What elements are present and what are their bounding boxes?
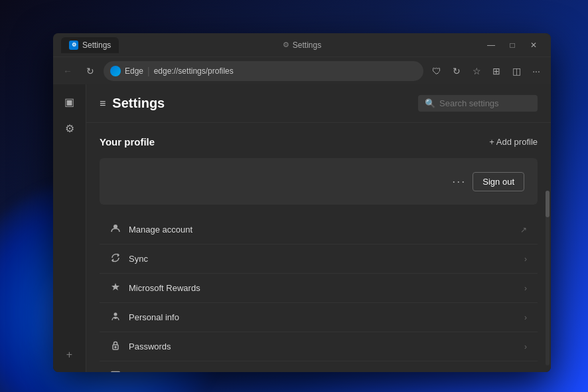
browser-window: ⚙ Settings ⚙ Settings — □ ✕ ← ↻ Edge |: [53, 33, 551, 372]
rewards-icon: [110, 282, 129, 294]
more-icon[interactable]: ···: [527, 62, 546, 80]
add-icon: +: [66, 349, 72, 361]
window-title: Settings: [293, 41, 321, 50]
settings-page-title: Settings: [112, 96, 165, 111]
url-display: edge://settings/profiles: [154, 66, 234, 76]
list-item[interactable]: Passwords ›: [100, 332, 538, 361]
tab-label: Settings: [82, 41, 111, 50]
passwords-arrow-icon: ›: [524, 342, 527, 351]
add-profile-button[interactable]: + Add profile: [489, 137, 538, 147]
section-header: Your profile + Add profile: [100, 136, 538, 147]
your-profile-title: Your profile: [100, 136, 155, 147]
toolbar-icons: 🛡 ↻ ☆ ⊞ ◫ ···: [427, 62, 546, 80]
window-controls: — □ ✕: [482, 39, 543, 52]
passwords-icon: [110, 340, 129, 353]
svg-point-1: [114, 313, 117, 316]
hamburger-icon[interactable]: ≡: [100, 98, 106, 110]
title-bar: ⚙ Settings ⚙ Settings — □ ✕: [53, 33, 551, 56]
minimize-button[interactable]: —: [482, 39, 500, 52]
main-content: ▣ ⚙ + ≡ S: [53, 84, 551, 372]
sidebar-settings-icon[interactable]: ⚙: [58, 116, 82, 140]
scrollbar-thumb[interactable]: [546, 191, 550, 217]
list-item[interactable]: Manage account ↗: [100, 215, 538, 245]
svg-point-0: [113, 225, 117, 229]
manage-account-icon: [110, 223, 129, 236]
list-item[interactable]: Payment info ›: [100, 361, 538, 372]
refresh-button[interactable]: ↻: [81, 62, 100, 80]
favorites-icon[interactable]: ☆: [467, 62, 486, 80]
search-placeholder-text: Search settings: [439, 98, 499, 108]
add-profile-label: + Add profile: [489, 137, 538, 147]
shield-icon[interactable]: 🛡: [427, 62, 446, 80]
sidebar-add-icon[interactable]: +: [58, 343, 82, 367]
pipe-separator: |: [147, 66, 150, 76]
title-center: ⚙ Settings: [283, 41, 321, 50]
search-icon: 🔍: [425, 98, 435, 108]
settings-search-box[interactable]: 🔍 Search settings: [418, 95, 538, 112]
svg-rect-2: [114, 318, 117, 319]
menu-list: Manage account ↗: [100, 215, 538, 372]
sync-arrow-icon: ›: [524, 254, 527, 264]
sync-label: Sync: [129, 254, 524, 264]
collections-icon[interactable]: ⊞: [487, 62, 506, 80]
payment-icon: [110, 369, 129, 372]
list-item[interactable]: Microsoft Rewards ›: [100, 274, 538, 303]
sign-out-button[interactable]: Sign out: [473, 172, 524, 191]
edge-logo-icon: [110, 66, 121, 76]
tab-favicon: ⚙: [69, 41, 78, 50]
scrollbar-track: [546, 191, 550, 365]
sidebar-tab-icon[interactable]: ▣: [58, 90, 82, 114]
manage-account-label: Manage account: [129, 225, 520, 235]
address-bar[interactable]: Edge | edge://settings/profiles: [104, 61, 423, 81]
refresh-icon[interactable]: ↻: [447, 62, 466, 80]
profile-card: ··· Sign out: [100, 158, 538, 205]
settings-content: ≡ Settings 🔍 Search settings Your p: [86, 84, 551, 372]
settings-header: ≡ Settings 🔍 Search settings: [86, 84, 551, 123]
sync-icon: [110, 252, 129, 265]
browser-tab[interactable]: ⚙ Settings: [61, 37, 119, 53]
payment-info-arrow-icon: ›: [524, 371, 527, 373]
settings-panel: ≡ Settings 🔍 Search settings Your p: [86, 84, 551, 372]
back-button[interactable]: ←: [58, 62, 77, 80]
sidebar-icon[interactable]: ◫: [507, 62, 526, 80]
list-item[interactable]: Sync ›: [100, 245, 538, 274]
address-bar-area: ← ↻ Edge | edge://settings/profiles 🛡 ↻ …: [53, 56, 551, 84]
close-button[interactable]: ✕: [524, 39, 543, 52]
payment-info-label: Payment info: [129, 371, 524, 372]
personal-info-arrow-icon: ›: [524, 313, 527, 322]
desktop: ⚙ Settings ⚙ Settings — □ ✕ ← ↻ Edge |: [0, 0, 588, 392]
external-link-icon: ↗: [520, 225, 527, 235]
personal-info-label: Personal info: [129, 312, 524, 322]
rewards-arrow-icon: ›: [524, 284, 527, 293]
svg-rect-5: [111, 372, 120, 373]
edge-label: Edge: [125, 66, 143, 76]
rewards-label: Microsoft Rewards: [129, 283, 524, 293]
browser-sidebar: ▣ ⚙ +: [53, 84, 86, 372]
passwords-label: Passwords: [129, 342, 524, 351]
personal-info-icon: [110, 311, 129, 324]
maximize-button[interactable]: □: [503, 39, 522, 52]
list-item[interactable]: Personal info ›: [100, 303, 538, 332]
settings-panel-wrapper: ≡ Settings 🔍 Search settings Your p: [86, 84, 551, 372]
settings-icon: ⚙: [65, 122, 74, 135]
title-bar-left: ⚙ Settings: [61, 37, 119, 53]
settings-title-area: ≡ Settings: [100, 96, 165, 111]
profile-more-button[interactable]: ···: [452, 175, 466, 189]
title-gear-icon: ⚙: [283, 41, 289, 49]
profile-section: Your profile + Add profile ··· Sign out: [86, 123, 551, 372]
svg-point-4: [115, 347, 116, 348]
tab-switcher-icon: ▣: [64, 96, 74, 108]
